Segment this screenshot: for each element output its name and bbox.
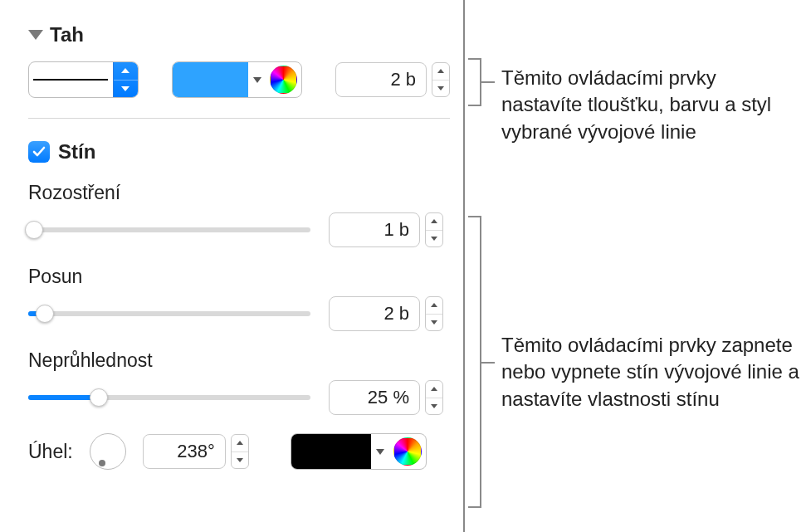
chevron-down-icon — [431, 320, 437, 325]
offset-label: Posun — [28, 266, 450, 288]
stroke-width-stepper[interactable] — [432, 62, 450, 97]
offset-slider[interactable] — [28, 305, 310, 323]
callout-lead — [480, 362, 495, 364]
stroke-line-style-popup[interactable] — [28, 61, 139, 98]
chevron-down-icon — [431, 404, 437, 408]
line-style-preview-icon — [33, 79, 108, 81]
stroke-title: Tah — [50, 23, 84, 46]
callout-lead — [480, 81, 495, 83]
opacity-group: Neprůhlednost 25 % — [28, 349, 450, 415]
shadow-color-field[interactable] — [291, 433, 427, 470]
color-wheel-icon[interactable] — [393, 437, 422, 466]
blur-input[interactable]: 1 b — [329, 212, 420, 247]
chevron-up-icon — [437, 69, 444, 73]
callout-shadow: Těmito ovládacími prvky zapnete nebo vyp… — [501, 332, 800, 412]
disclosure-triangle-icon[interactable] — [28, 30, 43, 40]
opacity-input[interactable]: 25 % — [329, 380, 420, 415]
chevron-down-icon — [253, 77, 261, 83]
chevron-down-icon — [376, 449, 384, 455]
stroke-color-field[interactable] — [172, 61, 302, 98]
angle-input[interactable]: 238° — [143, 434, 226, 469]
divider — [28, 118, 450, 119]
offset-stepper[interactable] — [425, 296, 443, 331]
offset-group: Posun 2 b — [28, 266, 450, 331]
stroke-color-swatch[interactable] — [173, 62, 249, 97]
chevron-up-icon — [431, 387, 437, 391]
opacity-label: Neprůhlednost — [28, 349, 450, 372]
opacity-stepper[interactable] — [425, 380, 443, 415]
angle-stepper[interactable] — [231, 434, 249, 469]
angle-row: Úhel: 238° — [28, 433, 450, 470]
shadow-color-swatch[interactable] — [291, 434, 371, 469]
inspector-panel: Tah 2 b — [0, 0, 465, 532]
stroke-width-input[interactable]: 2 b — [335, 62, 427, 97]
offset-input[interactable]: 2 b — [329, 296, 420, 331]
chevron-down-icon — [121, 86, 129, 91]
chevron-down-icon — [437, 86, 444, 90]
stroke-controls-row: 2 b — [28, 61, 450, 98]
chevron-up-icon — [121, 68, 129, 73]
checkmark-icon — [32, 145, 46, 159]
popup-stepper[interactable] — [113, 62, 138, 97]
chevron-down-icon — [237, 458, 243, 462]
callout-stroke: Těmito ovládacími prvky nastavíte tloušť… — [501, 65, 792, 145]
angle-dial[interactable] — [90, 433, 126, 470]
shadow-checkbox-row: Stín — [28, 140, 450, 164]
callout-area: Těmito ovládacími prvky nastavíte tloušť… — [465, 0, 806, 532]
chevron-up-icon — [431, 303, 437, 307]
angle-indicator-icon — [99, 460, 105, 466]
blur-slider[interactable] — [28, 221, 310, 239]
stroke-width-field: 2 b — [335, 62, 450, 97]
chevron-up-icon — [237, 441, 243, 445]
color-wheel-icon[interactable] — [270, 66, 297, 94]
blur-stepper[interactable] — [425, 212, 443, 247]
blur-group: Rozostření 1 b — [28, 182, 450, 247]
angle-label: Úhel: — [28, 441, 73, 463]
shadow-checkbox-label: Stín — [58, 140, 95, 164]
chevron-down-icon — [431, 237, 437, 241]
chevron-up-icon — [431, 219, 437, 223]
shadow-checkbox[interactable] — [28, 141, 50, 163]
opacity-slider[interactable] — [28, 388, 310, 407]
blur-label: Rozostření — [28, 182, 450, 204]
stroke-section-header[interactable]: Tah — [28, 23, 450, 46]
